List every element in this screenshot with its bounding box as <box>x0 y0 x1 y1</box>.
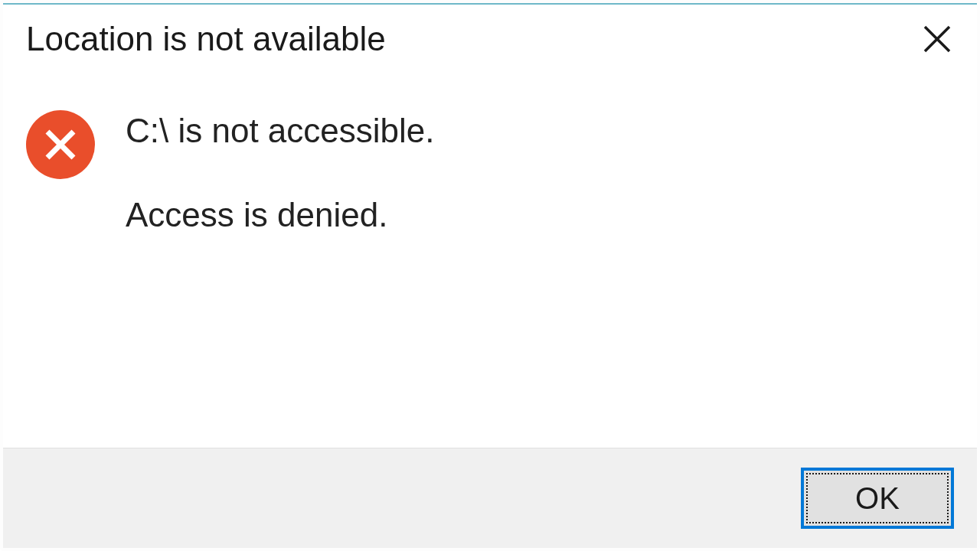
dialog-title: Location is not available <box>26 20 386 58</box>
dialog-content: C:\ is not accessible. Access is denied. <box>3 81 977 448</box>
dialog-message: C:\ is not accessible. Access is denied. <box>126 104 435 234</box>
message-line-2: Access is denied. <box>126 196 435 234</box>
close-icon[interactable] <box>920 22 954 56</box>
error-circle-x-icon <box>26 110 95 179</box>
dialog-button-bar: OK <box>3 448 977 548</box>
message-line-1: C:\ is not accessible. <box>126 112 435 150</box>
ok-button[interactable]: OK <box>801 468 954 529</box>
dialog-window: Location is not available C:\ is not acc… <box>0 0 980 551</box>
title-bar: Location is not available <box>3 3 977 81</box>
